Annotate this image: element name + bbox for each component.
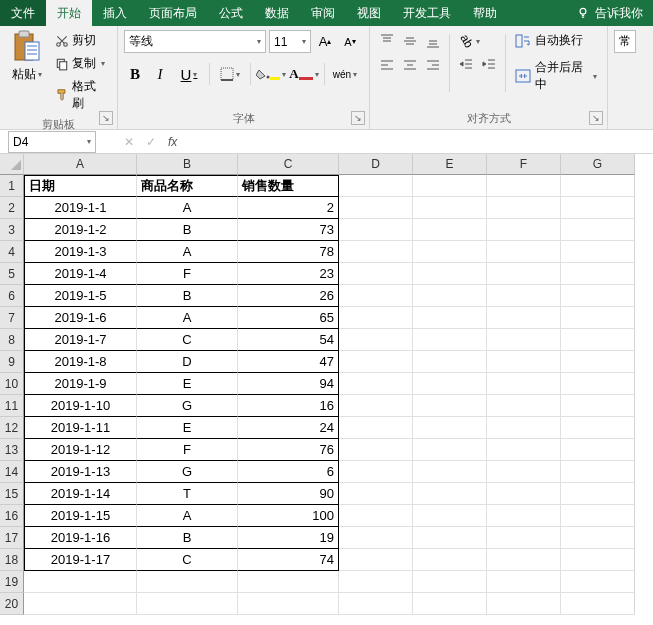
cell[interactable] [413, 285, 487, 307]
cell[interactable]: 2019-1-11 [24, 417, 137, 439]
cell[interactable]: 23 [238, 263, 339, 285]
cell[interactable] [339, 417, 413, 439]
cell[interactable] [339, 263, 413, 285]
menu-tab-7[interactable]: 开发工具 [392, 0, 462, 26]
col-header-B[interactable]: B [137, 154, 238, 175]
row-header-13[interactable]: 13 [0, 439, 24, 461]
cell[interactable]: 90 [238, 483, 339, 505]
row-header-6[interactable]: 6 [0, 285, 24, 307]
align-launcher-icon[interactable]: ↘ [589, 111, 603, 125]
cell[interactable]: B [137, 527, 238, 549]
cell[interactable] [561, 593, 635, 615]
cell[interactable] [413, 593, 487, 615]
italic-button[interactable]: I [149, 63, 171, 85]
cell[interactable]: 94 [238, 373, 339, 395]
cell[interactable]: 2019-1-2 [24, 219, 137, 241]
cell[interactable]: E [137, 417, 238, 439]
row-header-19[interactable]: 19 [0, 571, 24, 593]
cell[interactable] [339, 197, 413, 219]
cell[interactable]: F [137, 263, 238, 285]
menu-tab-1[interactable]: 插入 [92, 0, 138, 26]
align-center-button[interactable] [399, 54, 421, 76]
menu-tab-2[interactable]: 页面布局 [138, 0, 208, 26]
row-header-14[interactable]: 14 [0, 461, 24, 483]
cell[interactable] [339, 219, 413, 241]
cell[interactable] [339, 439, 413, 461]
cell[interactable] [413, 263, 487, 285]
cell[interactable]: 2019-1-16 [24, 527, 137, 549]
cell[interactable]: C [137, 549, 238, 571]
cell[interactable] [487, 307, 561, 329]
cell[interactable] [413, 417, 487, 439]
cell[interactable] [413, 395, 487, 417]
increase-indent-button[interactable] [478, 54, 500, 76]
align-bottom-button[interactable] [422, 30, 444, 52]
row-header-20[interactable]: 20 [0, 593, 24, 615]
cell[interactable]: 2019-1-8 [24, 351, 137, 373]
cell[interactable]: T [137, 483, 238, 505]
cell[interactable] [487, 263, 561, 285]
cell[interactable]: 2019-1-7 [24, 329, 137, 351]
cell[interactable]: 16 [238, 395, 339, 417]
cell[interactable] [561, 219, 635, 241]
cell[interactable] [413, 483, 487, 505]
menu-tab-8[interactable]: 帮助 [462, 0, 508, 26]
row-header-9[interactable]: 9 [0, 351, 24, 373]
cell[interactable]: 24 [238, 417, 339, 439]
cell[interactable]: 2 [238, 197, 339, 219]
row-header-16[interactable]: 16 [0, 505, 24, 527]
cell[interactable] [561, 329, 635, 351]
cell[interactable]: B [137, 285, 238, 307]
cell[interactable]: 2019-1-3 [24, 241, 137, 263]
cell[interactable] [561, 417, 635, 439]
cell[interactable]: B [137, 219, 238, 241]
cell[interactable] [561, 285, 635, 307]
cell[interactable] [561, 241, 635, 263]
cell[interactable]: 54 [238, 329, 339, 351]
cell[interactable]: 6 [238, 461, 339, 483]
cell[interactable]: 19 [238, 527, 339, 549]
cell[interactable] [238, 593, 339, 615]
cell[interactable] [413, 329, 487, 351]
paste-icon[interactable] [12, 30, 42, 64]
menu-tab-3[interactable]: 公式 [208, 0, 254, 26]
cell[interactable] [339, 593, 413, 615]
decrease-font-button[interactable]: A▾ [339, 31, 361, 53]
cell[interactable]: 65 [238, 307, 339, 329]
col-header-G[interactable]: G [561, 154, 635, 175]
font-name-select[interactable]: 等线▾ [124, 30, 266, 53]
row-header-17[interactable]: 17 [0, 527, 24, 549]
cell[interactable] [413, 197, 487, 219]
border-button[interactable]: ▾ [215, 63, 245, 85]
cell[interactable] [487, 527, 561, 549]
fill-color-button[interactable]: ▾ [256, 63, 286, 85]
cell[interactable] [487, 417, 561, 439]
cell[interactable]: 2019-1-10 [24, 395, 137, 417]
cell[interactable] [24, 593, 137, 615]
cell[interactable]: 74 [238, 549, 339, 571]
cell[interactable] [413, 307, 487, 329]
confirm-formula-icon[interactable]: ✓ [146, 135, 156, 149]
cell[interactable] [561, 483, 635, 505]
cell[interactable] [339, 505, 413, 527]
clipboard-launcher-icon[interactable]: ↘ [99, 111, 113, 125]
cell[interactable] [339, 527, 413, 549]
cell[interactable] [339, 461, 413, 483]
cell[interactable] [561, 175, 635, 197]
cell[interactable]: 26 [238, 285, 339, 307]
cell[interactable]: A [137, 307, 238, 329]
merge-center-button[interactable]: 合并后居中▾ [511, 57, 601, 95]
menu-tab-4[interactable]: 数据 [254, 0, 300, 26]
menu-tab-5[interactable]: 审阅 [300, 0, 346, 26]
cell[interactable] [24, 571, 137, 593]
cell[interactable]: 日期 [24, 175, 137, 197]
cell[interactable] [487, 351, 561, 373]
cell[interactable] [413, 461, 487, 483]
cell[interactable]: 76 [238, 439, 339, 461]
cell[interactable] [339, 483, 413, 505]
cell[interactable] [487, 241, 561, 263]
row-header-2[interactable]: 2 [0, 197, 24, 219]
cell[interactable]: 销售数量 [238, 175, 339, 197]
cell[interactable] [561, 373, 635, 395]
cell[interactable] [137, 593, 238, 615]
